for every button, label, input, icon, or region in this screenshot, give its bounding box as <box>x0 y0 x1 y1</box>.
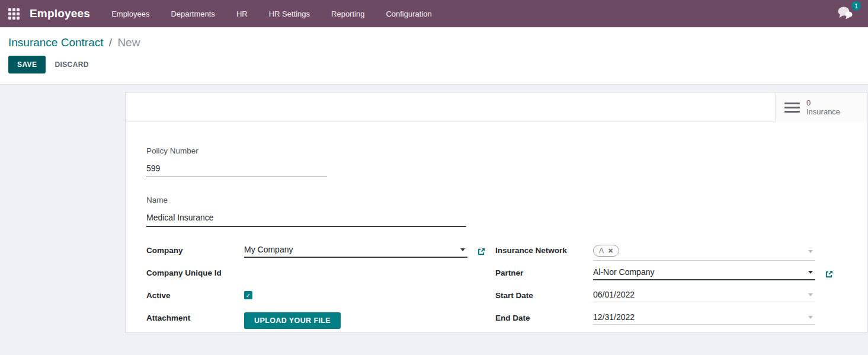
end-date-value: 12/31/2022 <box>593 312 806 322</box>
active-checkbox[interactable]: ✓ <box>244 291 252 299</box>
company-unique-id-row: Company Unique Id <box>146 267 486 286</box>
insurance-network-label: Insurance Network <box>495 245 593 255</box>
insurance-network-tags-input[interactable]: A ✕ <box>593 245 815 261</box>
stat-label: Insurance <box>806 107 840 116</box>
form-sheet: 0 Insurance Policy Number 599 Name Medic… <box>125 92 867 333</box>
start-date-row: Start Date 06/01/2022 <box>495 290 834 308</box>
policy-number-field-group: Policy Number 599 <box>146 146 831 177</box>
form-body: Policy Number 599 Name Medical Insurance… <box>126 122 867 331</box>
breadcrumb: Insurance Contract / New <box>8 36 860 49</box>
company-external-link-icon[interactable] <box>477 247 486 256</box>
partner-value: Al-Nor Company <box>593 267 806 277</box>
left-column: Company My Company <box>146 245 486 331</box>
attachment-label: Attachment <box>146 312 244 322</box>
chevron-down-icon[interactable] <box>808 271 813 274</box>
insurance-network-row: Insurance Network A ✕ <box>495 245 834 263</box>
tag-remove-icon[interactable]: ✕ <box>608 247 613 255</box>
name-label: Name <box>146 196 831 204</box>
top-nav: Employees Departments HR HR Settings Rep… <box>101 0 443 27</box>
right-column: Insurance Network A ✕ <box>495 245 834 331</box>
nav-item-departments[interactable]: Departments <box>160 0 225 27</box>
nav-item-hr-settings[interactable]: HR Settings <box>258 0 321 27</box>
nav-item-hr[interactable]: HR <box>226 0 258 27</box>
save-button[interactable]: SAVE <box>8 56 46 73</box>
policy-number-input[interactable]: 599 <box>146 164 327 177</box>
button-box: 0 Insurance <box>126 92 867 122</box>
chevron-down-icon[interactable] <box>808 250 813 253</box>
upload-file-button[interactable]: UPLOAD YOUR FILE <box>244 312 341 329</box>
company-label: Company <box>146 245 244 255</box>
company-row: Company My Company <box>146 245 486 263</box>
attachment-row: Attachment UPLOAD YOUR FILE <box>146 312 486 331</box>
company-unique-id-label: Company Unique Id <box>146 267 244 277</box>
menu-lines-icon <box>784 103 800 113</box>
insurance-stat-button[interactable]: 0 Insurance <box>775 92 867 122</box>
checkmark-icon: ✓ <box>246 292 251 299</box>
field-grid: Company My Company <box>146 245 831 331</box>
messages-icon[interactable]: 1 <box>836 5 856 23</box>
chevron-down-icon[interactable] <box>808 293 813 296</box>
start-date-label: Start Date <box>495 290 593 300</box>
company-select[interactable]: My Company <box>244 245 467 258</box>
content-area: 0 Insurance Policy Number 599 Name Medic… <box>0 85 868 355</box>
company-value: My Company <box>244 245 458 254</box>
control-panel-buttons: SAVE DISCARD <box>8 56 860 73</box>
partner-external-link-icon[interactable] <box>825 270 834 279</box>
name-field-group: Name Medical Insurance <box>146 196 831 227</box>
partner-label: Partner <box>495 267 593 277</box>
breadcrumb-current: New <box>117 36 140 49</box>
policy-number-label: Policy Number <box>146 146 831 155</box>
stat-value: 0 <box>806 98 840 107</box>
name-input[interactable]: Medical Insurance <box>146 213 466 227</box>
app-title: Employees <box>30 7 90 20</box>
end-date-label: End Date <box>495 312 593 322</box>
apps-menu-icon[interactable] <box>8 8 20 20</box>
header-right: 1 <box>836 5 862 23</box>
chevron-down-icon[interactable] <box>460 248 465 251</box>
messages-badge: 1 <box>851 1 861 11</box>
nav-item-configuration[interactable]: Configuration <box>375 0 442 27</box>
active-label: Active <box>146 290 244 300</box>
start-date-value: 06/01/2022 <box>593 290 806 299</box>
nav-item-reporting[interactable]: Reporting <box>321 0 375 27</box>
tag-name: A <box>599 247 604 255</box>
chevron-down-icon[interactable] <box>808 316 813 319</box>
app-header: Employees Employees Departments HR HR Se… <box>0 0 868 27</box>
end-date-row: End Date 12/31/2022 <box>495 312 834 331</box>
discard-button[interactable]: DISCARD <box>46 56 97 73</box>
active-row: Active ✓ <box>146 290 486 308</box>
end-date-input[interactable]: 12/31/2022 <box>593 312 815 325</box>
start-date-input[interactable]: 06/01/2022 <box>593 290 815 302</box>
partner-row: Partner Al-Nor Company <box>495 267 834 286</box>
insurance-network-tag: A ✕ <box>593 245 619 257</box>
breadcrumb-separator: / <box>107 36 114 49</box>
partner-select[interactable]: Al-Nor Company <box>593 267 815 280</box>
control-panel: Insurance Contract / New SAVE DISCARD <box>0 27 868 85</box>
nav-item-employees[interactable]: Employees <box>101 0 160 27</box>
breadcrumb-parent-link[interactable]: Insurance Contract <box>8 36 104 49</box>
